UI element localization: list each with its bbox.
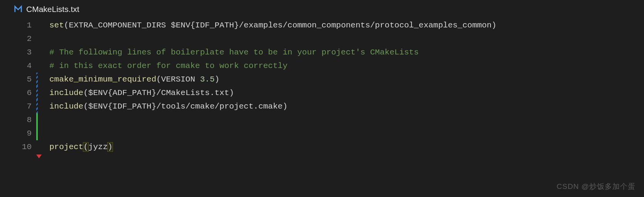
code-line[interactable]: project(jyzz) — [49, 140, 644, 154]
token: ( — [83, 142, 89, 152]
code-line[interactable]: # The following lines of boilerplate hav… — [49, 46, 644, 59]
token: set — [49, 21, 64, 30]
token: ) — [229, 88, 234, 97]
token: ) — [107, 142, 113, 152]
line-number: 3 — [0, 46, 35, 59]
token: 3.5 — [200, 75, 215, 84]
line-number: 9 — [0, 127, 35, 140]
line-number: 1 — [0, 19, 35, 32]
code-line[interactable]: set(EXTRA_COMPONENT_DIRS $ENV{IDF_PATH}/… — [49, 19, 644, 32]
token: include — [49, 88, 83, 97]
code-line[interactable]: include($ENV{IDF_PATH}/tools/cmake/proje… — [49, 100, 644, 113]
code-line[interactable] — [49, 32, 644, 46]
token: $ENV{IDF_PATH} — [171, 21, 239, 30]
token: EXTRA_COMPONENT_DIRS — [69, 21, 171, 30]
code-line[interactable]: include($ENV{ADF_PATH}/CMakeLists.txt) — [49, 86, 644, 100]
glyph-margin — [35, 19, 42, 197]
code-line[interactable] — [49, 113, 644, 127]
code-line[interactable] — [49, 127, 644, 140]
code-area[interactable]: set(EXTRA_COMPONENT_DIRS $ENV{IDF_PATH}/… — [42, 19, 644, 197]
editor-window: CMakeLists.txt 12345678910 set(EXTRA_COM… — [0, 0, 644, 197]
error-icon — [36, 155, 42, 158]
token: VERSION — [161, 75, 200, 84]
token: $ENV{ADF_PATH} — [88, 88, 156, 97]
token: # The following lines of boilerplate hav… — [49, 48, 419, 57]
token: project — [49, 143, 83, 151]
token: # in this exact order for cmake to work … — [49, 61, 288, 70]
tab-bar: CMakeLists.txt — [0, 0, 644, 19]
line-number: 10 — [0, 140, 35, 154]
token: cmake_minimum_required — [49, 75, 156, 84]
line-number: 4 — [0, 59, 35, 73]
line-number: 7 — [0, 100, 35, 113]
token: ( — [156, 75, 161, 84]
token: /CMakeLists.txt — [156, 88, 229, 97]
token: ) — [283, 102, 288, 111]
token: /examples/common_components/protocol_exa… — [239, 21, 492, 30]
token: ( — [83, 88, 88, 97]
line-number: 6 — [0, 86, 35, 100]
editor-area[interactable]: 12345678910 set(EXTRA_COMPONENT_DIRS $EN… — [0, 19, 644, 197]
line-number: 5 — [0, 73, 35, 86]
code-line[interactable]: cmake_minimum_required(VERSION 3.5) — [49, 73, 644, 86]
line-number: 2 — [0, 32, 35, 46]
tab-filename[interactable]: CMakeLists.txt — [26, 5, 79, 14]
token: $ENV{IDF_PATH} — [88, 102, 156, 111]
token: ) — [215, 75, 220, 84]
token: /tools/cmake/project.cmake — [156, 102, 283, 111]
line-number: 8 — [0, 113, 35, 127]
token: ( — [83, 102, 88, 111]
line-number-gutter: 12345678910 — [0, 19, 35, 197]
token: ( — [64, 21, 69, 30]
code-line[interactable]: # in this exact order for cmake to work … — [49, 59, 644, 73]
token: jyzz — [88, 143, 108, 151]
cmake-file-icon — [14, 5, 22, 14]
token: ) — [492, 21, 497, 30]
token: include — [49, 102, 83, 111]
